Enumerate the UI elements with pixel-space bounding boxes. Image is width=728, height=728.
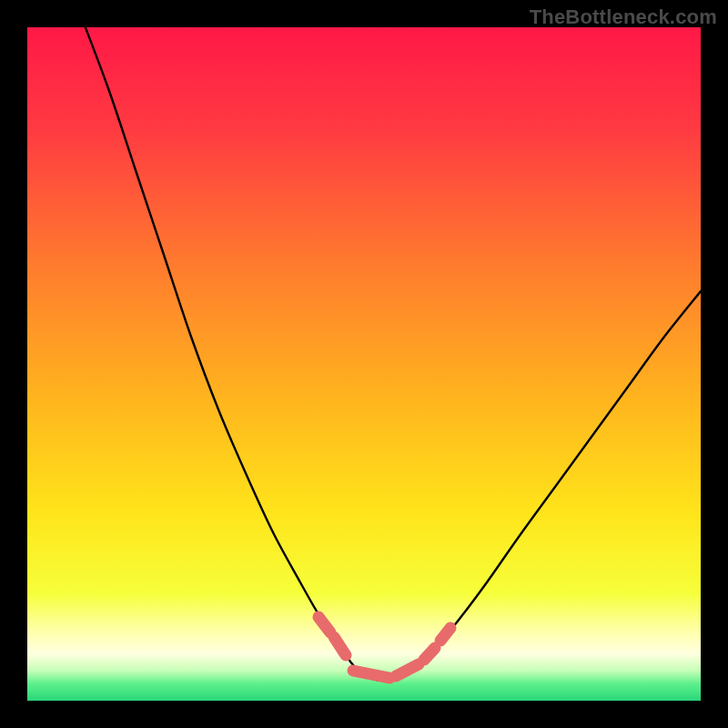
flat-dash <box>424 648 435 660</box>
flat-dash <box>353 671 389 678</box>
flat-dash <box>396 664 419 676</box>
flat-dash <box>334 637 346 655</box>
watermark-text: TheBottleneck.com <box>530 5 717 29</box>
bottleneck-curve <box>82 27 701 681</box>
curve-layer <box>27 27 701 701</box>
chart-frame: TheBottleneck.com <box>0 0 728 728</box>
flat-dash <box>440 628 450 641</box>
plot-area <box>27 27 701 701</box>
flat-region-dashes <box>318 617 450 678</box>
flat-dash <box>318 617 330 632</box>
